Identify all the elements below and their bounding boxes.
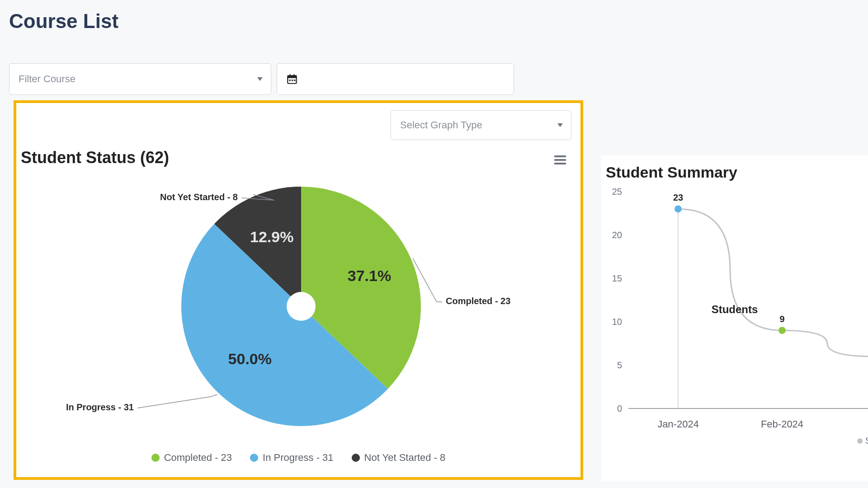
svg-point-24 (778, 327, 786, 334)
legend-label: In Progress - 31 (263, 452, 334, 464)
svg-text:37.1%: 37.1% (348, 267, 391, 284)
chevron-down-icon (557, 123, 563, 127)
svg-text:In Progress - 31: In Progress - 31 (66, 402, 134, 412)
svg-text:5: 5 (617, 360, 622, 370)
svg-rect-5 (292, 80, 293, 81)
legend-dot (151, 454, 160, 462)
svg-text:0: 0 (617, 404, 622, 413)
legend-label: Not Yet Started - 8 (364, 452, 446, 464)
svg-point-22 (675, 205, 682, 212)
student-summary-card: Student Summary 05101520252396Jan-2024Fe… (601, 155, 868, 481)
graph-type-placeholder: Select Graph Type (400, 119, 482, 131)
svg-text:15: 15 (612, 273, 622, 283)
svg-text:Jan-2024: Jan-2024 (657, 418, 699, 430)
student-status-card: Select Graph Type Student Status (62) 37… (14, 100, 583, 480)
pie-legend: Completed - 23 In Progress - 31 Not Yet … (16, 452, 580, 464)
student-status-title: Student Status (62) (21, 148, 169, 167)
svg-text:Completed - 23: Completed - 23 (446, 296, 510, 306)
filter-course-placeholder: Filter Course (19, 73, 75, 85)
legend-item-completed[interactable]: Completed - 23 (151, 452, 232, 464)
svg-text:20: 20 (612, 230, 622, 240)
svg-text:9: 9 (779, 314, 784, 324)
page-title: Course List (9, 10, 118, 33)
legend-dot (250, 454, 258, 462)
graph-type-select[interactable]: Select Graph Type (391, 110, 571, 140)
svg-text:Not Yet Started - 8: Not Yet Started - 8 (160, 192, 238, 202)
svg-point-13 (287, 292, 316, 321)
svg-text:Students: Students (712, 303, 758, 315)
svg-text:23: 23 (673, 192, 683, 202)
svg-text:12.9%: 12.9% (250, 228, 293, 245)
legend-item-not-started[interactable]: Not Yet Started - 8 (352, 452, 446, 464)
legend-dot (352, 454, 360, 462)
student-summary-title: Student Summary (606, 164, 737, 181)
svg-rect-6 (294, 80, 295, 81)
chart-menu-icon[interactable] (554, 154, 566, 166)
svg-text:S: S (865, 436, 868, 446)
svg-text:25: 25 (612, 187, 622, 197)
filters-row: Filter Course (9, 63, 514, 95)
svg-rect-4 (289, 80, 291, 81)
svg-rect-2 (290, 74, 291, 76)
svg-rect-3 (293, 74, 294, 76)
student-summary-line: 05101520252396Jan-2024Feb-2024AStudentsS (601, 187, 868, 449)
date-range-picker[interactable] (277, 63, 514, 95)
svg-text:Feb-2024: Feb-2024 (761, 418, 803, 430)
svg-rect-1 (288, 75, 297, 78)
legend-label: Completed - 23 (164, 452, 232, 464)
filter-course-select[interactable]: Filter Course (9, 63, 271, 95)
legend-item-in-progress[interactable]: In Progress - 31 (250, 452, 334, 464)
chevron-down-icon (257, 77, 263, 81)
svg-point-32 (857, 438, 863, 444)
calendar-icon (286, 73, 298, 85)
svg-text:10: 10 (612, 317, 622, 327)
svg-text:50.0%: 50.0% (228, 350, 272, 367)
student-status-pie: 37.1%Completed - 2350.0%In Progress - 31… (16, 171, 580, 442)
